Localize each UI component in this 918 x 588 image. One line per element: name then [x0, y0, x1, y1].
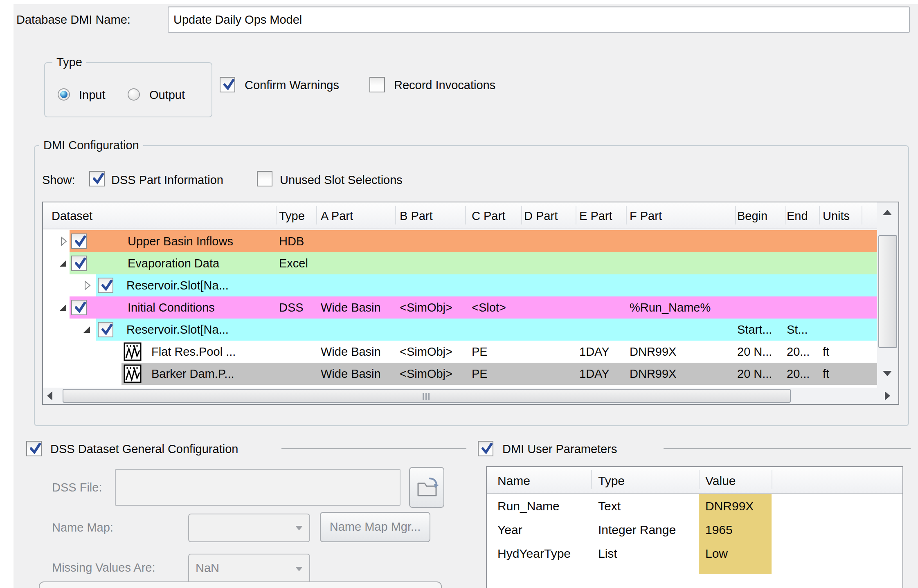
dmi-user-parameters-title[interactable]: DMI User Parameters	[502, 442, 617, 456]
cell-end: 20...	[787, 368, 810, 380]
param-name: HydYearType	[497, 547, 571, 561]
name-map-label: Name Map:	[52, 521, 113, 534]
cell-c: PE	[472, 346, 488, 358]
cell-units: ft	[823, 368, 829, 380]
cell-units: ft	[823, 346, 829, 358]
dss-file-label: DSS File:	[52, 481, 102, 494]
row-checkbox[interactable]	[71, 256, 87, 271]
input-radio[interactable]	[58, 88, 70, 101]
column-divider	[576, 206, 576, 224]
param-value[interactable]: 1965	[705, 523, 733, 537]
output-radio[interactable]	[128, 88, 140, 101]
cell-c: PE	[472, 368, 488, 380]
horizontal-scrollbar-thumb[interactable]	[63, 389, 791, 403]
confirm-warnings-checkbox[interactable]	[220, 77, 235, 92]
column-header-a-part[interactable]: A Part	[321, 209, 353, 223]
confirm-warnings-label[interactable]: Confirm Warnings	[245, 79, 339, 92]
dataset-table[interactable]: DatasetTypeA PartB PartC PartD PartE Par…	[42, 202, 899, 405]
input-radio-label[interactable]: Input	[79, 88, 106, 102]
column-divider	[699, 470, 700, 489]
dataset-config-box	[39, 581, 442, 588]
expand-collapsed-icon[interactable]	[59, 236, 69, 248]
type-group-title: Type	[52, 56, 86, 69]
check-icon	[27, 441, 43, 456]
column-header-f-part[interactable]: F Part	[630, 209, 662, 223]
column-divider	[316, 206, 317, 224]
param-column-header-type[interactable]: Type	[598, 474, 625, 488]
dataset-name: Reservoir.Slot[Na...	[126, 279, 229, 292]
column-header-c-part[interactable]: C Part	[472, 209, 505, 223]
thumb-grip	[428, 393, 430, 400]
show-label: Show:	[42, 173, 75, 187]
unused-slot-selections-label[interactable]: Unused Slot Selections	[280, 173, 403, 187]
vertical-scrollbar-thumb[interactable]	[878, 235, 897, 348]
cell-a: Wide Basin	[321, 301, 381, 314]
expand-collapsed-icon[interactable]	[82, 280, 93, 292]
column-divider	[819, 206, 820, 224]
column-header-dataset[interactable]: Dataset	[52, 209, 92, 223]
expand-expanded-icon[interactable]	[82, 324, 93, 337]
cell-begin: 20 N...	[737, 346, 772, 358]
column-divider	[591, 470, 592, 489]
column-divider	[862, 206, 862, 224]
param-name: Year	[497, 523, 522, 537]
dataset-table-header[interactable]: DatasetTypeA PartB PartC PartD PartE Par…	[43, 202, 877, 229]
cell-type: DSS	[279, 301, 304, 314]
cell-type: Excel	[279, 257, 308, 269]
cell-c: <Slot>	[472, 301, 506, 314]
missing-values-dropdown[interactable]: NaN	[188, 554, 310, 584]
database-dmi-name-input[interactable]	[168, 7, 910, 33]
cell-f: DNR99X	[630, 368, 676, 380]
unused-slot-selections-checkbox[interactable]	[257, 171, 272, 186]
param-value[interactable]: DNR99X	[705, 499, 754, 513]
expand-expanded-icon[interactable]	[59, 258, 69, 270]
dss-file-value[interactable]	[121, 470, 395, 505]
horizontal-scrollbar[interactable]	[43, 388, 898, 404]
column-header-units[interactable]: Units	[823, 209, 850, 223]
column-header-begin[interactable]: Begin	[737, 209, 767, 223]
record-invocations-label[interactable]: Record Invocations	[394, 79, 495, 92]
scroll-down-icon[interactable]	[883, 371, 892, 376]
column-header-end[interactable]: End	[787, 209, 808, 223]
dss-general-config-title[interactable]: DSS Dataset General Configuration	[50, 442, 238, 456]
param-value[interactable]: Low	[705, 547, 728, 561]
database-dmi-name-value[interactable]	[173, 7, 904, 32]
dss-file-browse-button[interactable]	[409, 467, 444, 508]
thumb-grip	[423, 393, 424, 400]
dmi-user-parameters-checkbox[interactable]	[478, 441, 493, 456]
dss-file-input[interactable]	[115, 469, 400, 506]
cell-a: Wide Basin	[321, 368, 381, 380]
dss-part-information-label[interactable]: DSS Part Information	[111, 173, 223, 187]
row-checkbox[interactable]	[71, 233, 87, 249]
parameters-table-header[interactable]: NameTypeValue	[487, 467, 902, 494]
row-checkbox[interactable]	[98, 322, 113, 337]
dss-general-config-checkbox[interactable]	[26, 441, 42, 456]
param-name: Run_Name	[497, 499, 560, 513]
series-slot-icon	[124, 342, 142, 363]
dss-part-information-checkbox[interactable]	[89, 171, 105, 186]
output-radio-label[interactable]: Output	[149, 88, 185, 102]
row-checkbox[interactable]	[98, 278, 113, 293]
column-header-d-part[interactable]: D Part	[524, 209, 558, 223]
expand-expanded-icon[interactable]	[59, 302, 69, 314]
thumb-grip	[425, 393, 427, 400]
cell-b: <SimObj>	[400, 301, 452, 314]
column-header-e-part[interactable]: E Part	[579, 209, 612, 223]
check-icon	[99, 322, 115, 337]
column-header-type[interactable]: Type	[279, 209, 305, 223]
series-slot-icon	[124, 364, 142, 385]
cell-b: <SimObj>	[400, 368, 452, 380]
name-map-manager-button[interactable]: Name Map Mgr...	[320, 512, 430, 542]
scroll-right-icon[interactable]	[885, 391, 890, 400]
scroll-up-icon[interactable]	[883, 210, 892, 215]
column-header-b-part[interactable]: B Part	[400, 209, 433, 223]
parameters-table[interactable]: NameTypeValue Run_NameTextDNR99XYearInte…	[486, 466, 903, 588]
param-column-header-value[interactable]: Value	[705, 474, 736, 488]
param-column-header-name[interactable]: Name	[497, 474, 530, 488]
row-checkbox[interactable]	[71, 300, 87, 315]
scroll-left-icon[interactable]	[47, 391, 52, 400]
name-map-dropdown[interactable]	[188, 514, 310, 542]
vertical-scrollbar[interactable]	[877, 202, 898, 388]
param-type: List	[598, 547, 617, 561]
record-invocations-checkbox[interactable]	[369, 77, 385, 92]
